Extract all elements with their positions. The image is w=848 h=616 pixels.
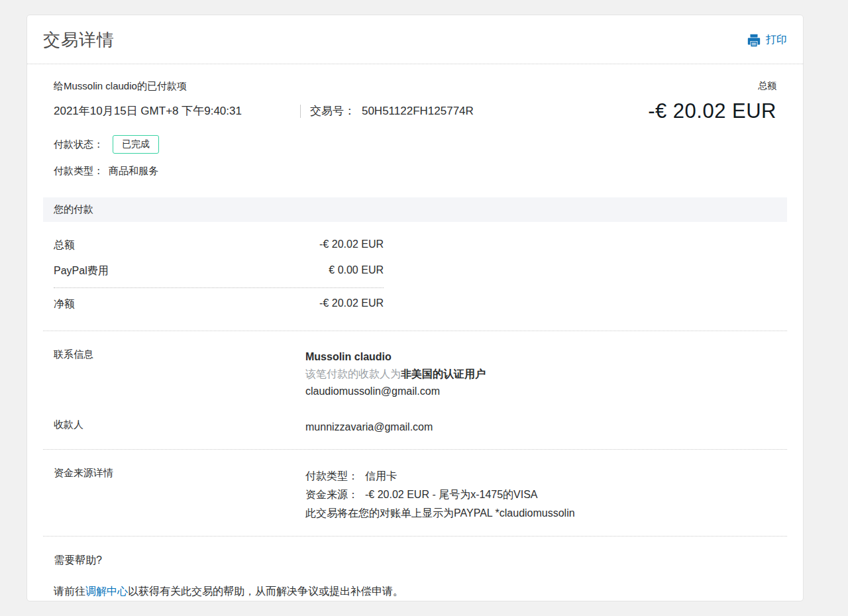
contact-section: 联系信息 Mussolin claudio 该笔付款的收款人为非美国的认证用户 … [43, 348, 787, 436]
total-amount-label: 总额 [758, 80, 776, 92]
help-section: 需要帮助? 请前往调解中心以获得有关此交易的帮助，从而解决争议或提出补偿申请。 [43, 554, 787, 599]
print-button-label: 打印 [766, 33, 787, 47]
funding-source-value: -€ 20.02 EUR - 尾号为x-1475的VISA [365, 489, 538, 500]
payee-label: 收款人 [54, 419, 305, 436]
table-row-total: 总额 -€ 20.02 EUR [54, 232, 384, 258]
summary-section: 给Mussolin claudio的已付款项 总额 2021年10月15日 GM… [43, 80, 787, 178]
payment-to-text: 给Mussolin claudio的已付款项 [54, 80, 187, 93]
funding-source-line-label: 资金来源： [305, 489, 358, 500]
page-title: 交易详情 [43, 28, 115, 52]
row-value: -€ 20.02 EUR [319, 297, 384, 311]
funding-type-label: 付款类型： [305, 470, 358, 482]
your-payment-section-header: 您的付款 [43, 197, 787, 222]
card-header: 交易详情 打印 [27, 15, 803, 64]
payment-type-label: 付款类型： [54, 165, 103, 178]
transaction-details-card: 交易详情 打印 给Mussolin claudio的已付款项 总额 [26, 15, 804, 601]
contact-note-prefix: 该笔付款的收款人为 [305, 368, 401, 380]
help-heading: 需要帮助? [54, 554, 776, 568]
help-text: 请前往调解中心以获得有关此交易的帮助，从而解决争议或提出补偿申请。 [54, 584, 776, 599]
payment-amounts-table: 总额 -€ 20.02 EUR PayPal费用 € 0.00 EUR 净额 -… [43, 232, 787, 317]
vertical-divider [300, 105, 301, 118]
funding-type-line: 付款类型：信用卡 [305, 467, 575, 486]
contact-info-label: 联系信息 [54, 348, 305, 400]
funding-source-label: 资金来源详情 [54, 467, 305, 523]
card-body: 给Mussolin claudio的已付款项 总额 2021年10月15日 GM… [27, 64, 803, 599]
payment-type-value: 商品和服务 [109, 165, 158, 178]
row-label: PayPal费用 [54, 264, 109, 278]
transaction-number-label: 交易号： [310, 103, 355, 119]
contact-name: Mussolin claudio [305, 348, 486, 366]
total-amount-value: -€ 20.02 EUR [648, 99, 776, 123]
contact-note-bold: 非美国的认证用户 [401, 368, 486, 380]
transaction-date: 2021年10月15日 GMT+8 下午9:40:31 [54, 103, 242, 119]
table-divider [54, 287, 384, 288]
funding-type-value: 信用卡 [365, 470, 397, 482]
funding-section: 资金来源详情 付款类型：信用卡 资金来源：-€ 20.02 EUR - 尾号为x… [43, 467, 787, 523]
table-row-net: 净额 -€ 20.02 EUR [54, 291, 384, 317]
table-row-fee: PayPal费用 € 0.00 EUR [54, 258, 384, 284]
status-badge: 已完成 [113, 135, 159, 154]
funding-source-line: 资金来源：-€ 20.02 EUR - 尾号为x-1475的VISA [305, 486, 575, 504]
row-label: 净额 [54, 297, 75, 311]
statement-line: 此交易将在您的对账单上显示为PAYPAL *claudiomussolin [305, 504, 575, 523]
transaction-number-value: 50H51122FH125774R [362, 105, 474, 118]
payee-email: munnizzavaria@gmail.com [305, 419, 433, 436]
section-divider [43, 536, 787, 537]
print-button[interactable]: 打印 [747, 33, 787, 48]
contact-email: claudiomussolin@gmail.com [305, 383, 486, 400]
row-value: € 0.00 EUR [329, 264, 384, 278]
resolution-center-link[interactable]: 调解中心 [85, 586, 128, 597]
help-text-suffix: 以获得有关此交易的帮助，从而解决争议或提出补偿申请。 [128, 586, 403, 597]
printer-icon [747, 33, 761, 48]
contact-note: 该笔付款的收款人为非美国的认证用户 [305, 366, 486, 383]
row-label: 总额 [54, 238, 75, 252]
section-divider [43, 331, 787, 331]
payment-status-label: 付款状态： [54, 138, 103, 151]
help-text-prefix: 请前往 [54, 586, 85, 597]
section-divider [43, 449, 787, 450]
row-value: -€ 20.02 EUR [319, 238, 384, 252]
